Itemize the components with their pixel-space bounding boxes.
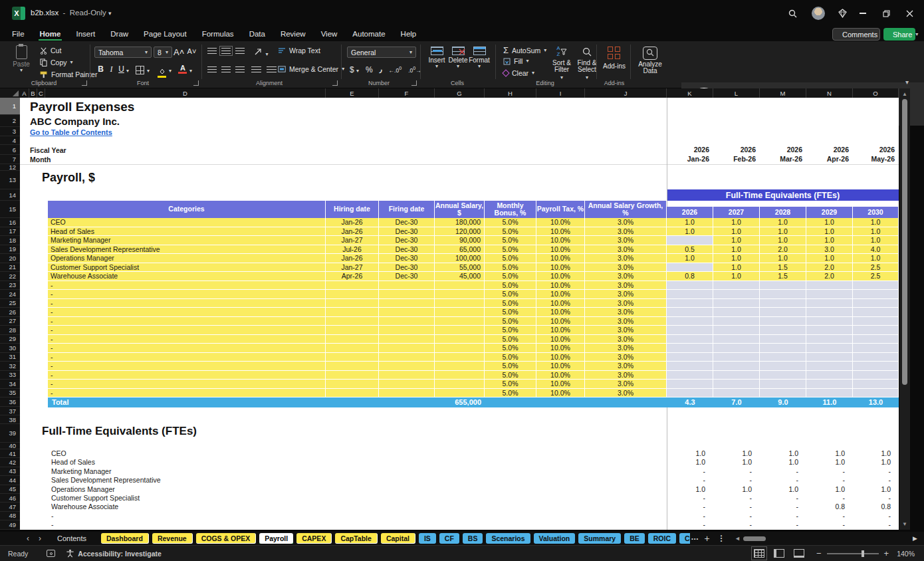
table-cell-fte[interactable]: 2.5	[853, 272, 899, 281]
fte-row-value[interactable]: -	[853, 476, 899, 485]
ribbon-tab-page-layout[interactable]: Page Layout	[144, 30, 187, 38]
column-header-E[interactable]: E	[326, 88, 379, 98]
sheet-tab-charts[interactable]: Charts	[679, 533, 690, 544]
table-cell[interactable]: 55,000	[435, 263, 485, 273]
table-cell[interactable]: 5.0%	[485, 272, 536, 281]
table-cell[interactable]: 5.0%	[485, 281, 536, 290]
table-cell[interactable]: 5.0%	[485, 290, 536, 299]
shrink-font-button[interactable]: A˅	[187, 47, 197, 55]
row-header-13[interactable]: 13	[0, 171, 20, 189]
table-cell-fte[interactable]: 1.0	[713, 236, 760, 245]
table-cell[interactable]: 10.0%	[536, 263, 585, 273]
table-cell[interactable]	[435, 362, 485, 371]
underline-menu-chevron[interactable]: ▾	[126, 68, 129, 74]
table-header-fte-2029[interactable]: 2029	[806, 207, 853, 218]
table-cell-fte[interactable]: 1.0	[667, 254, 713, 263]
table-cell[interactable]: 5.0%	[485, 227, 536, 237]
table-cell[interactable]	[326, 281, 379, 290]
table-header-fte-2026[interactable]: 2026	[667, 207, 713, 218]
fte-row-value[interactable]: -	[713, 503, 760, 511]
table-cell[interactable]	[326, 353, 379, 362]
paste-button[interactable]: Paste ▾	[9, 45, 33, 73]
table-cell-fte[interactable]: 1.0	[713, 272, 760, 281]
row-header-46[interactable]: 46	[0, 494, 20, 503]
column-header-N[interactable]: N	[806, 88, 853, 98]
format-painter-button[interactable]: Format Painter	[40, 70, 97, 78]
column-header-O[interactable]: O	[853, 88, 899, 98]
page-layout-view-button[interactable]	[774, 549, 784, 558]
table-cell[interactable]: -	[48, 335, 326, 344]
table-cell[interactable]	[326, 308, 379, 317]
table-cell-fte[interactable]	[713, 290, 760, 299]
bold-button[interactable]: B	[96, 64, 106, 74]
table-cell[interactable]	[379, 344, 435, 353]
month-value[interactable]: May-26	[853, 155, 899, 164]
table-cell-fte[interactable]: 1.0	[760, 227, 806, 237]
indent-buttons[interactable]	[251, 66, 277, 72]
row-header-30[interactable]: 30	[0, 344, 20, 353]
table-cell[interactable]: 3.0%	[585, 299, 667, 308]
fiscal-year-value[interactable]: 2026	[713, 146, 760, 154]
fte-row-value[interactable]: -	[667, 503, 713, 511]
table-cell[interactable]: 5.0%	[485, 236, 536, 245]
autosum-button[interactable]: Σ AutoSum ▾	[503, 45, 546, 55]
clipboard-dialog-launcher[interactable]	[82, 80, 87, 86]
table-cell-fte[interactable]	[667, 236, 713, 245]
row-header-37[interactable]: 37	[0, 407, 20, 415]
table-cell[interactable]	[326, 299, 379, 308]
table-cell-fte[interactable]	[713, 362, 760, 371]
number-dialog-launcher[interactable]	[411, 80, 417, 86]
clear-button[interactable]: Clear ▾	[503, 69, 534, 77]
table-cell[interactable]	[435, 353, 485, 362]
row-header-22[interactable]: 22	[0, 272, 20, 281]
table-cell[interactable]: Dec-30	[379, 236, 435, 245]
table-cell[interactable]	[435, 290, 485, 299]
table-cell[interactable]: 5.0%	[485, 317, 536, 326]
table-cell[interactable]: Dec-30	[379, 245, 435, 255]
zoom-slider-thumb[interactable]	[862, 550, 864, 557]
vertical-scrollbar-thumb[interactable]	[902, 99, 907, 385]
table-cell-fte[interactable]: 1.0	[806, 227, 853, 237]
table-cell[interactable]: 10.0%	[536, 380, 585, 389]
share-button[interactable]: Share ▾	[883, 28, 915, 41]
fte-row-value[interactable]: -	[667, 512, 713, 520]
alignment-dialog-launcher[interactable]	[332, 80, 338, 86]
read-only-badge[interactable]: Read-Only	[70, 9, 106, 17]
sheet-tab-is[interactable]: IS	[419, 533, 436, 544]
table-cell-fte[interactable]	[806, 389, 853, 398]
table-cell[interactable]: 10.0%	[536, 245, 585, 255]
table-cell-fte[interactable]	[667, 362, 713, 371]
table-cell-fte[interactable]: 1.5	[760, 263, 806, 273]
table-cell-fte[interactable]	[760, 389, 806, 398]
fte-row-category[interactable]: Customer Support Specialist	[51, 494, 317, 503]
table-cell-fte[interactable]: 2.5	[853, 263, 899, 273]
table-cell[interactable]	[435, 371, 485, 380]
table-cell[interactable]: 5.0%	[485, 218, 536, 227]
table-cell[interactable]	[435, 335, 485, 344]
table-header-5[interactable]: Payroll Tax, %	[536, 201, 585, 218]
find-select-button[interactable]: Find & Select ▾	[576, 45, 598, 80]
column-header-D[interactable]: D	[45, 88, 326, 98]
table-cell[interactable]: 3.0%	[585, 218, 667, 227]
table-cell-fte[interactable]: 1.0	[713, 263, 760, 273]
table-cell[interactable]: 10.0%	[536, 272, 585, 281]
fill-color-button[interactable]	[158, 65, 167, 78]
vertical-align-buttons[interactable]	[207, 48, 245, 54]
horizontal-align-buttons[interactable]	[207, 66, 245, 72]
table-cell[interactable]: 5.0%	[485, 245, 536, 255]
row-header-36[interactable]: 36	[0, 397, 20, 407]
total-fte-cell[interactable]: 9.0	[760, 397, 806, 407]
tab-scroll-left[interactable]: ‹	[27, 534, 29, 543]
fte-row-value[interactable]: 0.8	[853, 503, 899, 511]
table-cell[interactable]	[379, 299, 435, 308]
table-cell-fte[interactable]: 1.0	[760, 254, 806, 263]
table-cell-fte[interactable]	[713, 317, 760, 326]
table-cell-fte[interactable]	[806, 326, 853, 335]
table-cell-fte[interactable]	[667, 299, 713, 308]
table-cell-fte[interactable]	[760, 380, 806, 389]
sheet-tab-contents[interactable]: Contents	[52, 533, 92, 544]
vertical-scrollbar[interactable]: ▲ ▼	[899, 88, 910, 530]
table-cell-fte[interactable]	[713, 380, 760, 389]
table-cell-fte[interactable]	[853, 290, 899, 299]
payroll-heading-cell[interactable]: Payroll, $	[42, 171, 95, 185]
